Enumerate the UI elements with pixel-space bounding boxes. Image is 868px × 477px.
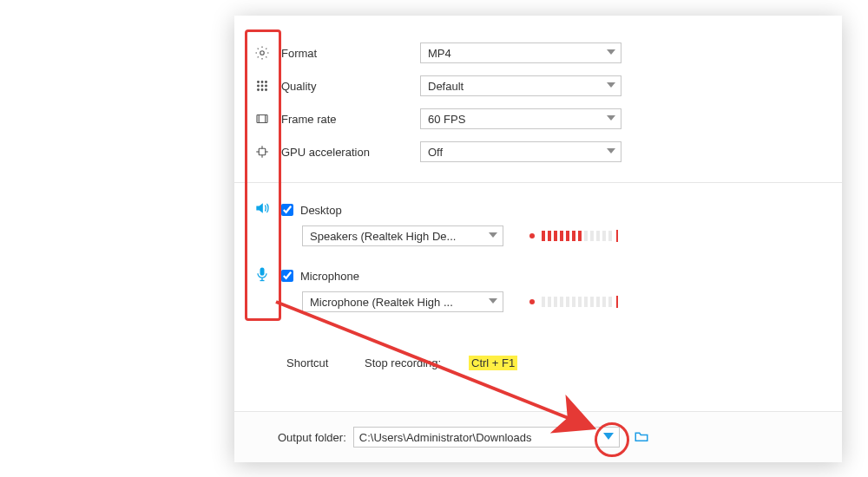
chevron-down-icon xyxy=(489,232,497,238)
format-dropdown[interactable]: MP4 xyxy=(420,42,621,63)
chevron-down-icon xyxy=(607,82,615,88)
mic-device-value: Microphone (Realtek High ... xyxy=(310,296,453,309)
desktop-label: Desktop xyxy=(300,204,342,217)
mic-audio-row: Microphone Microphone (Realtek High ... xyxy=(248,265,825,328)
gpu-chip-icon xyxy=(248,144,276,160)
output-folder-bar: Output folder: C:\Users\Administrator\Do… xyxy=(234,411,842,462)
chevron-down-icon xyxy=(607,115,615,121)
quality-value: Default xyxy=(428,80,464,93)
framerate-film-icon xyxy=(248,111,276,127)
shortcut-hotkey[interactable]: Ctrl + F1 xyxy=(469,356,517,370)
quality-label: Quality xyxy=(276,80,420,93)
format-row: Format MP4 xyxy=(248,36,825,69)
speaker-icon xyxy=(248,199,276,217)
svg-rect-13 xyxy=(259,148,266,155)
settings-panel: Format MP4 Quality Default xyxy=(234,16,842,462)
desktop-level-meter xyxy=(529,230,618,242)
format-label: Format xyxy=(276,47,420,60)
svg-point-6 xyxy=(266,85,267,87)
svg-point-0 xyxy=(260,51,265,56)
gpu-dropdown[interactable]: Off xyxy=(420,141,621,162)
output-folder-label: Output folder: xyxy=(278,431,346,444)
section-divider xyxy=(234,182,842,183)
svg-point-9 xyxy=(266,89,267,91)
chevron-down-icon xyxy=(489,298,497,304)
gpu-value: Off xyxy=(428,146,443,159)
output-folder-path: C:\Users\Administrator\Downloads xyxy=(359,431,532,444)
framerate-dropdown[interactable]: 60 FPS xyxy=(420,108,621,129)
svg-point-3 xyxy=(266,82,267,83)
svg-point-1 xyxy=(258,82,260,83)
format-value: MP4 xyxy=(428,47,451,60)
shortcut-action: Stop recording: xyxy=(365,356,469,369)
svg-rect-18 xyxy=(260,268,265,276)
gpu-row: GPU acceleration Off xyxy=(248,135,825,168)
format-gear-icon xyxy=(248,45,276,61)
quality-dropdown[interactable]: Default xyxy=(420,75,621,96)
quality-dots-icon xyxy=(248,78,276,94)
desktop-device-dropdown[interactable]: Speakers (Realtek High De... xyxy=(302,225,503,246)
framerate-row: Frame rate 60 FPS xyxy=(248,102,825,135)
svg-point-7 xyxy=(258,89,260,91)
svg-point-2 xyxy=(261,82,263,83)
framerate-value: 60 FPS xyxy=(428,113,465,126)
mic-label: Microphone xyxy=(300,270,359,283)
shortcut-row: Shortcut Stop recording: Ctrl + F1 xyxy=(286,356,517,370)
chevron-down-icon xyxy=(607,148,615,154)
desktop-device-value: Speakers (Realtek High De... xyxy=(310,230,456,243)
shortcut-label: Shortcut xyxy=(286,356,365,369)
svg-point-4 xyxy=(258,85,260,87)
framerate-label: Frame rate xyxy=(276,113,420,126)
open-folder-button[interactable] xyxy=(632,428,651,447)
desktop-audio-row: Desktop Speakers (Realtek High De... xyxy=(248,199,825,262)
quality-row: Quality Default xyxy=(248,69,825,102)
svg-point-5 xyxy=(261,85,263,87)
gpu-label: GPU acceleration xyxy=(276,146,420,159)
chevron-down-icon[interactable] xyxy=(603,433,614,440)
mic-checkbox[interactable] xyxy=(281,270,293,282)
mic-level-meter xyxy=(529,296,618,308)
mic-device-dropdown[interactable]: Microphone (Realtek High ... xyxy=(302,291,503,312)
svg-point-8 xyxy=(261,89,263,91)
microphone-icon xyxy=(248,265,276,283)
desktop-checkbox[interactable] xyxy=(281,204,293,216)
chevron-down-icon xyxy=(607,49,615,55)
output-folder-field[interactable]: C:\Users\Administrator\Downloads xyxy=(353,427,620,448)
